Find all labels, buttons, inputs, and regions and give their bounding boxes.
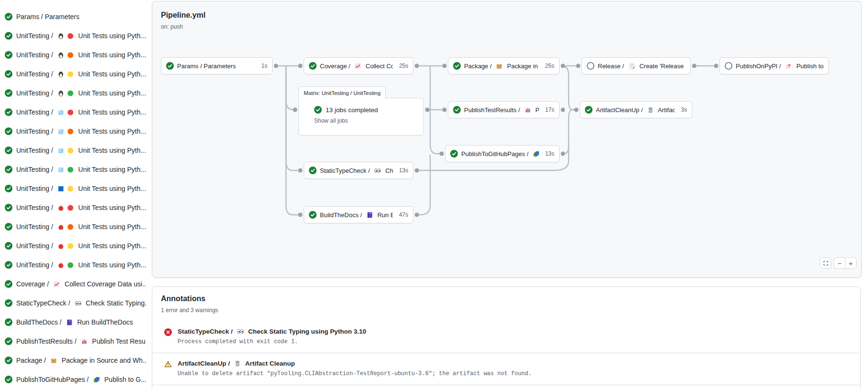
label-text: Pu... <box>534 106 539 114</box>
sidebar-item[interactable]: UnitTesting / Unit Tests using Pyth... <box>0 255 146 274</box>
py-green-icon <box>67 262 74 269</box>
success-icon <box>5 280 12 288</box>
sidebar-item[interactable]: UnitTesting / Unit Tests using Pyth... <box>0 217 146 236</box>
graph-node-package[interactable]: Package / Package in So...25s <box>448 57 560 74</box>
sidebar-item[interactable]: UnitTesting / Unit Tests using Pyth... <box>0 122 146 141</box>
graph-node-coverage[interactable]: Coverage / Collect Cove...25s <box>304 57 413 74</box>
label-text: UnitTesting / <box>16 204 55 211</box>
success-icon <box>5 337 12 345</box>
node-label: Params / Parameters <box>177 63 255 70</box>
sidebar-item[interactable]: PublishTestResults / Publish Test Resu..… <box>0 332 146 351</box>
label-text: Unit Tests using Pyth... <box>76 242 146 250</box>
fullscreen-button[interactable] <box>820 257 831 269</box>
node-duration: 25s <box>542 63 554 69</box>
label-text: Package / <box>464 63 493 70</box>
py-yellow-icon <box>67 147 74 154</box>
label-text: UnitTesting / <box>16 32 55 40</box>
package-icon <box>496 63 503 70</box>
annotation-job-link[interactable]: StaticTypeCheck / Check Static Typing us… <box>178 328 366 335</box>
label-text: PublishToGitHubPages / <box>461 150 530 158</box>
graph-node-static_type_check[interactable]: StaticTypeCheck / Chec...13s <box>304 162 413 179</box>
label-text: Collect Cove... <box>364 63 392 70</box>
node-label: PublishToGitHubPages / ... <box>461 150 539 158</box>
sidebar-item[interactable]: BuildTheDocs / Run BuildTheDocs <box>0 313 146 332</box>
bar-chart-icon <box>524 106 531 114</box>
sidebar-item[interactable]: UnitTesting / Unit Tests using Pyth... <box>0 179 146 198</box>
macos-icon <box>57 242 64 250</box>
label-text: Check Static Typing using Python 3.10 <box>246 328 366 335</box>
sidebar-item[interactable]: UnitTesting / Unit Tests using Pyth... <box>0 141 146 160</box>
fullscreen-icon <box>823 260 829 266</box>
matrix-jobs-node[interactable]: 13 jobs completed <box>299 98 423 114</box>
success-icon <box>309 167 317 174</box>
freebsd-icon <box>57 128 64 135</box>
sidebar-item[interactable]: PublishToGitHubPages / Publish to G... <box>0 370 146 389</box>
success-icon <box>5 147 12 154</box>
annotation-body: StaticTypeCheck / Check Static Typing us… <box>178 328 366 345</box>
label-text: UnitTesting / <box>16 127 55 135</box>
success-icon <box>5 166 12 173</box>
rocket-icon <box>785 63 792 70</box>
success-icon <box>5 318 12 326</box>
node-duration: 1s <box>258 63 267 69</box>
label-text: Unit Tests using Pyth... <box>76 127 146 135</box>
success-icon <box>5 185 12 192</box>
success-icon <box>5 242 12 250</box>
show-all-jobs-link[interactable]: Show all jobs <box>299 114 423 124</box>
sidebar-item[interactable]: UnitTesting / Unit Tests using Pyth... <box>0 236 146 255</box>
macos-icon <box>57 262 64 269</box>
zoom-in-button[interactable]: + <box>845 257 857 269</box>
macos-icon <box>57 223 64 231</box>
sidebar-item-label: Coverage / Collect Coverage Data usi... <box>16 280 146 288</box>
success-icon <box>5 223 12 231</box>
graph-node-artifact_cleanup[interactable]: ArtifactCleanUp / Artifac...3s <box>580 101 692 118</box>
annotation-job-link[interactable]: ArtifactCleanUp / Artifact Cleanup <box>178 360 532 367</box>
layered-pages-icon <box>533 150 539 158</box>
sidebar-item[interactable]: StaticTypeCheck / Check Static Typing... <box>0 294 146 313</box>
sidebar-item[interactable]: Coverage / Collect Coverage Data usi... <box>0 274 146 294</box>
graph-node-build_the_docs[interactable]: BuildTheDocs / Run Buil...47s <box>304 206 413 223</box>
node-label: BuildTheDocs / Run Buil... <box>320 211 393 219</box>
graph-node-publish_test_results[interactable]: PublishTestResults / Pu...17s <box>448 101 560 118</box>
sidebar-item[interactable]: UnitTesting / Unit Tests using Pyth... <box>0 26 146 45</box>
success-icon <box>453 62 461 70</box>
label-text: UnitTesting / <box>16 166 55 173</box>
sidebar-item-label: Package / Package in Source and Wh... <box>16 357 146 364</box>
sidebar-item-label: UnitTesting / Unit Tests using Pyth... <box>16 261 146 269</box>
sidebar-item-label: UnitTesting / Unit Tests using Pyth... <box>16 185 146 192</box>
eyes-icon <box>74 300 82 307</box>
graph-view-controls: − + <box>820 257 857 269</box>
node-duration: 13s <box>542 150 554 157</box>
sidebar-item[interactable]: Package / Package in Source and Wh... <box>0 351 146 370</box>
label-text: Create 'Release P... <box>638 63 686 70</box>
chart-increasing-icon <box>53 281 60 288</box>
graph-node-params[interactable]: Params / Parameters1s <box>161 57 273 74</box>
label-text: PublishToGitHubPages / <box>16 376 91 383</box>
node-duration: 13s <box>396 167 408 174</box>
sidebar-item[interactable]: UnitTesting / Unit Tests using Pyth... <box>0 198 146 217</box>
success-icon <box>5 261 12 269</box>
package-icon <box>50 357 57 364</box>
success-icon <box>5 376 12 383</box>
node-label: Coverage / Collect Cove... <box>320 63 393 70</box>
sidebar-item[interactable]: UnitTesting / Unit Tests using Pyth... <box>0 64 146 84</box>
graph-node-publish_gh_pages[interactable]: PublishToGitHubPages / ...13s <box>445 145 560 162</box>
sidebar-item[interactable]: UnitTesting / Unit Tests using Pyth... <box>0 160 146 179</box>
label-text: UnitTesting / <box>16 89 55 97</box>
success-icon <box>5 70 12 78</box>
label-text: Package in Source and Wh... <box>60 357 146 364</box>
freebsd-icon <box>57 109 64 116</box>
graph-node-release[interactable]: Release / Create 'Release P... <box>582 57 691 74</box>
zoom-out-button[interactable]: − <box>834 257 845 269</box>
sidebar-item[interactable]: Params / Parameters <box>0 7 146 26</box>
layered-pages-icon <box>93 376 100 383</box>
trash-icon <box>234 360 241 367</box>
py-orange-icon <box>67 223 74 231</box>
sidebar-item[interactable]: UnitTesting / Unit Tests using Pyth... <box>0 45 146 64</box>
label-text: Params / Parameters <box>177 63 236 70</box>
sidebar-item[interactable]: UnitTesting / Unit Tests using Pyth... <box>0 84 146 103</box>
label-text: Unit Tests using Pyth... <box>76 261 146 269</box>
graph-node-publish_pypi[interactable]: PublishOnPyPI / Publish to ... <box>720 57 829 74</box>
sidebar-item-label: Params / Parameters <box>16 13 79 21</box>
sidebar-item[interactable]: UnitTesting / Unit Tests using Pyth... <box>0 103 146 122</box>
